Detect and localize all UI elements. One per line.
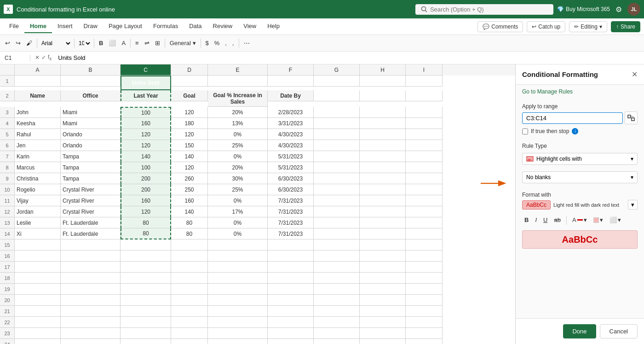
- tab-help[interactable]: Help: [262, 20, 285, 33]
- tab-review[interactable]: Review: [207, 20, 238, 33]
- bold-button[interactable]: B: [97, 38, 105, 48]
- cell-c[interactable]: [121, 262, 171, 273]
- cell-f2[interactable]: Date By: [268, 90, 314, 101]
- cell-e[interactable]: 25%: [208, 140, 268, 151]
- more-button[interactable]: ⋯: [242, 38, 252, 48]
- cancel-button[interactable]: Cancel: [600, 324, 638, 338]
- text-color-button[interactable]: A ▾: [570, 215, 589, 225]
- cell-d[interactable]: [171, 284, 208, 295]
- cell-f[interactable]: 4/30/2023: [268, 129, 314, 140]
- cell-h[interactable]: [360, 184, 406, 195]
- cell-h[interactable]: [360, 251, 406, 262]
- cell-d[interactable]: [171, 339, 208, 344]
- cell-f[interactable]: 3/31/2023: [268, 118, 314, 129]
- cell-b[interactable]: Crystal River: [61, 195, 121, 206]
- range-input[interactable]: [522, 112, 623, 124]
- cell-i[interactable]: [406, 317, 443, 328]
- col-header-b[interactable]: B: [61, 64, 121, 76]
- cell-c[interactable]: 160: [121, 118, 171, 129]
- cell-h[interactable]: [360, 195, 406, 206]
- cell-a[interactable]: [15, 317, 61, 328]
- cell-a[interactable]: Marcus: [15, 162, 61, 173]
- cell-g[interactable]: [314, 273, 360, 284]
- cell-g[interactable]: [314, 107, 360, 118]
- cell-g2[interactable]: [314, 90, 360, 101]
- cell-b[interactable]: [61, 295, 121, 306]
- cell-g[interactable]: [314, 151, 360, 162]
- cell-h[interactable]: [360, 107, 406, 118]
- cell-d[interactable]: [171, 262, 208, 273]
- cell-h2[interactable]: [360, 90, 406, 101]
- cell-c[interactable]: 120: [121, 129, 171, 140]
- cell-a[interactable]: [15, 328, 61, 339]
- cell-g[interactable]: [314, 195, 360, 206]
- cell-a[interactable]: Vijay: [15, 195, 61, 206]
- cell-g[interactable]: [314, 317, 360, 328]
- cell-f[interactable]: [268, 295, 314, 306]
- cell-ref-input[interactable]: [3, 55, 30, 61]
- cell-g1[interactable]: [314, 76, 360, 87]
- tab-page-layout[interactable]: Page Layout: [103, 20, 148, 33]
- cell-b2[interactable]: Office: [61, 90, 121, 101]
- cell-i1[interactable]: [406, 76, 443, 87]
- cell-c[interactable]: 140: [121, 151, 171, 162]
- col-header-d[interactable]: D: [171, 64, 208, 76]
- cell-f[interactable]: [268, 306, 314, 317]
- cell-c[interactable]: 160: [121, 195, 171, 206]
- cell-b[interactable]: [61, 239, 121, 251]
- cell-h[interactable]: [360, 228, 406, 239]
- cell-b[interactable]: [61, 306, 121, 317]
- cell-b[interactable]: Tampa: [61, 151, 121, 162]
- cell-e[interactable]: [208, 339, 268, 344]
- cell-c[interactable]: 100: [121, 107, 171, 118]
- cell-h[interactable]: [360, 273, 406, 284]
- cell-i[interactable]: [406, 251, 443, 262]
- tab-data[interactable]: Data: [184, 20, 207, 33]
- cell-a[interactable]: [15, 295, 61, 306]
- currency-button[interactable]: $: [203, 38, 211, 48]
- cell-h[interactable]: [360, 295, 406, 306]
- cell-c[interactable]: [121, 273, 171, 284]
- cell-b[interactable]: Tampa: [61, 173, 121, 184]
- cell-i[interactable]: [406, 151, 443, 162]
- cell-i[interactable]: [406, 129, 443, 140]
- cell-b[interactable]: [61, 328, 121, 339]
- cell-d[interactable]: [171, 239, 208, 251]
- tab-home[interactable]: Home: [24, 20, 52, 33]
- cell-g[interactable]: [314, 306, 360, 317]
- italic-format-button[interactable]: I: [533, 215, 539, 225]
- confirm-formula-icon[interactable]: ✓: [41, 54, 46, 61]
- col-header-f[interactable]: F: [268, 64, 314, 76]
- info-icon[interactable]: i: [572, 128, 578, 134]
- cell-h[interactable]: [360, 306, 406, 317]
- cell-b[interactable]: [61, 251, 121, 262]
- search-box[interactable]: [415, 4, 553, 15]
- cell-f[interactable]: [268, 273, 314, 284]
- cell-a[interactable]: [15, 262, 61, 273]
- cell-f[interactable]: [268, 284, 314, 295]
- tab-file[interactable]: File: [4, 20, 24, 33]
- cell-d[interactable]: 80: [171, 228, 208, 239]
- cell-f[interactable]: 2/28/2023: [268, 107, 314, 118]
- cell-i[interactable]: [406, 239, 443, 251]
- search-input[interactable]: [430, 6, 531, 13]
- cell-d2[interactable]: Goal: [171, 90, 208, 101]
- cell-d[interactable]: 160: [171, 195, 208, 206]
- comments-button[interactable]: 💬 Comments: [477, 21, 523, 32]
- cell-g[interactable]: [314, 206, 360, 217]
- cell-g[interactable]: [314, 140, 360, 151]
- cell-d[interactable]: 180: [171, 118, 208, 129]
- rule-subtype-dropdown[interactable]: No blanks ▾: [522, 171, 638, 183]
- cell-g[interactable]: [314, 184, 360, 195]
- cell-c[interactable]: [121, 328, 171, 339]
- cell-h[interactable]: [360, 129, 406, 140]
- cell-a[interactable]: [15, 273, 61, 284]
- cell-c[interactable]: 80: [121, 217, 171, 228]
- cell-c2[interactable]: Last Year: [121, 90, 171, 101]
- cell-g[interactable]: [314, 262, 360, 273]
- wrap-button[interactable]: ⇌: [142, 38, 152, 48]
- cell-i[interactable]: [406, 262, 443, 273]
- cell-i[interactable]: [406, 118, 443, 129]
- cell-h[interactable]: [360, 118, 406, 129]
- cell-d[interactable]: 120: [171, 107, 208, 118]
